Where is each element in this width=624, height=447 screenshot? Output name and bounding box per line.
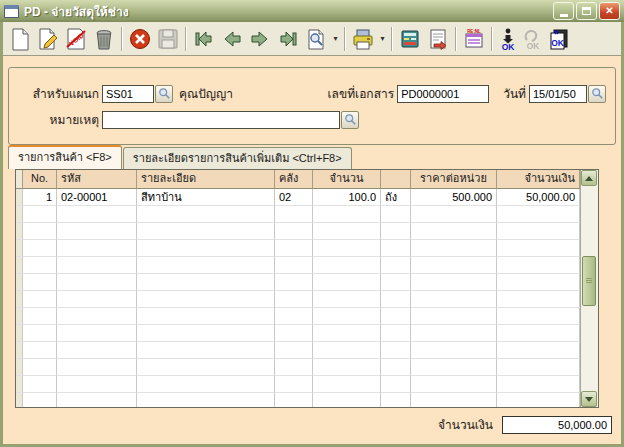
maximize-button[interactable]: [576, 2, 597, 20]
cell-wh: [275, 291, 313, 308]
toolbar-separator: [455, 27, 457, 51]
cell-unit: [381, 342, 411, 359]
minimize-button[interactable]: [553, 2, 574, 20]
cell-price: [411, 359, 497, 376]
page-magnifier-icon: [304, 27, 328, 51]
titlebar: PD - จ่ายวัสดุให้ช่าง ✕: [0, 0, 624, 22]
cash-register-button[interactable]: [396, 25, 424, 53]
header-description: รายละเอียด: [137, 170, 275, 189]
magnifier-icon: [591, 87, 604, 100]
cell-no: [23, 325, 57, 342]
cell-amt: [497, 206, 580, 223]
table-row[interactable]: 102-00001สีทาบ้าน02100.0ถัง500.00050,000…: [16, 189, 580, 206]
cell-amt: [497, 240, 580, 257]
arrow-left-icon: [220, 27, 244, 51]
cancel-button[interactable]: [126, 25, 154, 53]
date-input[interactable]: [529, 85, 587, 103]
minimize-icon: [560, 14, 568, 17]
cell-amt[interactable]: 50,000.00: [497, 189, 580, 206]
header-quantity: จำนวน: [313, 170, 381, 189]
print-dropdown-button[interactable]: ▾: [377, 25, 388, 53]
table-empty-row: [16, 393, 580, 407]
cell-wh: [275, 257, 313, 274]
close-button[interactable]: ✕: [599, 2, 620, 20]
tab-product-details[interactable]: รายละเอียดรายการสินค้าเพิ่มเติม <Ctrl+F8…: [123, 147, 352, 169]
preview-button[interactable]: [302, 25, 330, 53]
cell-unit[interactable]: ถัง: [381, 189, 411, 206]
print-button[interactable]: [349, 25, 377, 53]
arrow-first-icon: [192, 27, 216, 51]
cell-unit: [381, 291, 411, 308]
vertical-scrollbar[interactable]: [580, 170, 598, 407]
cell-no[interactable]: 1: [23, 189, 57, 206]
tab-bar: รายการสินค้า <F8> รายละเอียดรายการสินค้า…: [8, 151, 353, 169]
cell-qty: [313, 291, 381, 308]
previous-record-button[interactable]: [218, 25, 246, 53]
remark-lookup-button[interactable]: [341, 111, 359, 129]
cell-qty: [313, 206, 381, 223]
cell-unit: [381, 206, 411, 223]
cell-code[interactable]: 02-00001: [57, 189, 137, 206]
document-number-input[interactable]: [397, 85, 489, 103]
row-selector: [16, 342, 23, 359]
remark-input[interactable]: [102, 111, 340, 129]
unapprove-button[interactable]: OK: [520, 25, 544, 53]
department-lookup-button[interactable]: [155, 85, 173, 103]
cell-amt: [497, 359, 580, 376]
total-row: จำนวนเงิน 50,000.00: [438, 415, 612, 434]
cell-qty: [313, 376, 381, 393]
approve-button[interactable]: OK: [496, 25, 520, 53]
header-amount: จำนวนเงิน: [497, 170, 580, 189]
row-selector: [16, 189, 23, 206]
first-record-button[interactable]: [190, 25, 218, 53]
tab-product-list[interactable]: รายการสินค้า <F8>: [8, 145, 122, 169]
cell-price[interactable]: 500.000: [411, 189, 497, 206]
toolbar: VOID: [3, 22, 621, 56]
svg-text:OK: OK: [551, 38, 565, 48]
cell-qty: [313, 223, 381, 240]
cell-code: [57, 291, 137, 308]
reference-window-button[interactable]: RE:NL: [460, 25, 488, 53]
date-lookup-button[interactable]: [588, 85, 606, 103]
cell-qty: [313, 274, 381, 291]
cell-desc[interactable]: สีทาบ้าน: [137, 189, 275, 206]
approve-all-button[interactable]: OK: [544, 25, 572, 53]
cell-code: [57, 206, 137, 223]
save-button[interactable]: [154, 25, 182, 53]
cell-price: [411, 206, 497, 223]
cell-amt: [497, 342, 580, 359]
cell-no: [23, 274, 57, 291]
scroll-down-button[interactable]: [581, 391, 597, 407]
void-document-button[interactable]: VOID: [62, 25, 90, 53]
scrollbar-thumb[interactable]: [582, 256, 596, 306]
magnifier-icon: [158, 87, 171, 100]
cell-no: [23, 342, 57, 359]
cell-qty: [313, 257, 381, 274]
cell-unit: [381, 376, 411, 393]
cell-desc: [137, 257, 275, 274]
row-selector: [16, 240, 23, 257]
edit-document-button[interactable]: [34, 25, 62, 53]
date-label: วันที่: [503, 84, 526, 103]
row-selector: [16, 325, 23, 342]
header-unit: [381, 170, 411, 189]
header-code: รหัส: [57, 170, 137, 189]
magnifier-icon: [344, 113, 357, 126]
cell-price: [411, 393, 497, 407]
table-empty-row: [16, 206, 580, 223]
next-record-button[interactable]: [246, 25, 274, 53]
toolbar-separator: [121, 27, 123, 51]
delete-button[interactable]: [90, 25, 118, 53]
scroll-up-button[interactable]: [581, 170, 597, 186]
table-header-row: No. รหัส รายละเอียด คลัง จำนวน ราคาต่อหน…: [16, 170, 580, 189]
new-document-button[interactable]: [6, 25, 34, 53]
cell-qty[interactable]: 100.0: [313, 189, 381, 206]
preview-dropdown-button[interactable]: ▾: [330, 25, 341, 53]
table-empty-row: [16, 359, 580, 376]
cell-wh[interactable]: 02: [275, 189, 313, 206]
last-record-button[interactable]: [274, 25, 302, 53]
cell-desc: [137, 240, 275, 257]
send-document-button[interactable]: [424, 25, 452, 53]
form-area: สำหรับแผนก คุณปัญญา เลขที่เอกสาร วันที่: [3, 56, 621, 444]
department-input[interactable]: [102, 85, 154, 103]
